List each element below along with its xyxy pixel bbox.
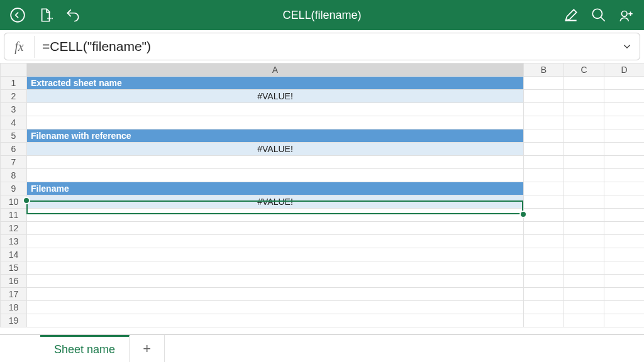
cell[interactable]	[524, 129, 564, 143]
cell[interactable]	[564, 77, 604, 90]
column-header-A[interactable]: A	[27, 63, 524, 77]
row-header[interactable]: 4	[1, 116, 27, 129]
row-header[interactable]: 7	[1, 156, 27, 169]
cell-A5[interactable]: Filename with reference	[27, 129, 524, 143]
cell-A9[interactable]: Filename	[27, 182, 524, 195]
row-header[interactable]: 1	[1, 77, 27, 90]
cell[interactable]	[27, 301, 524, 314]
cell[interactable]	[564, 222, 604, 235]
cell[interactable]	[27, 222, 524, 235]
cell[interactable]	[524, 222, 564, 235]
cell[interactable]	[524, 275, 564, 288]
cell[interactable]	[564, 116, 604, 129]
cell[interactable]	[524, 195, 564, 209]
row-header[interactable]: 14	[1, 248, 27, 261]
cell[interactable]	[27, 314, 524, 327]
cell[interactable]	[564, 314, 604, 327]
undo-button[interactable]	[60, 3, 86, 28]
sheet-tab-active[interactable]: Sheet name	[40, 335, 130, 363]
cell[interactable]	[564, 301, 604, 314]
row-header[interactable]: 17	[1, 288, 27, 301]
back-button[interactable]	[5, 3, 30, 28]
cell[interactable]	[564, 209, 604, 222]
cell[interactable]	[604, 90, 645, 103]
cell[interactable]	[604, 103, 645, 116]
cell[interactable]	[524, 288, 564, 301]
spreadsheet-grid[interactable]: A B C D 1Extracted sheet name 2#VALUE! 3…	[0, 63, 644, 334]
row-header[interactable]: 18	[1, 301, 27, 314]
row-header[interactable]: 16	[1, 275, 27, 288]
cell[interactable]	[564, 169, 604, 182]
cell[interactable]	[604, 209, 645, 222]
cell[interactable]	[564, 129, 604, 143]
cell[interactable]	[27, 261, 524, 275]
cell[interactable]	[524, 169, 564, 182]
cell[interactable]	[27, 275, 524, 288]
cell[interactable]	[524, 143, 564, 156]
formula-expand-button[interactable]	[614, 41, 640, 52]
cell[interactable]	[524, 235, 564, 248]
cell[interactable]	[604, 235, 645, 248]
row-header[interactable]: 11	[1, 209, 27, 222]
cell[interactable]	[27, 116, 524, 129]
cell[interactable]	[27, 235, 524, 248]
row-header[interactable]: 12	[1, 222, 27, 235]
cell-A2[interactable]: #VALUE!	[27, 90, 524, 103]
cell[interactable]	[27, 103, 524, 116]
cell[interactable]	[564, 248, 604, 261]
row-header[interactable]: 15	[1, 261, 27, 275]
cell[interactable]	[604, 248, 645, 261]
edit-style-button[interactable]	[558, 3, 584, 28]
cell[interactable]	[524, 301, 564, 314]
cell[interactable]	[604, 156, 645, 169]
formula-input[interactable]: =CELL("filename")	[35, 39, 614, 54]
cell[interactable]	[524, 90, 564, 103]
column-header-B[interactable]: B	[524, 63, 564, 77]
cell[interactable]	[564, 182, 604, 195]
cell[interactable]	[604, 314, 645, 327]
cell[interactable]	[604, 301, 645, 314]
cell[interactable]	[564, 195, 604, 209]
cell[interactable]	[27, 169, 524, 182]
cell[interactable]	[524, 261, 564, 275]
row-header[interactable]: 5	[1, 129, 27, 143]
cell[interactable]	[564, 143, 604, 156]
cell[interactable]	[604, 129, 645, 143]
column-header-C[interactable]: C	[564, 63, 604, 77]
cell[interactable]	[524, 248, 564, 261]
cell[interactable]	[604, 195, 645, 209]
cell[interactable]	[604, 275, 645, 288]
row-header[interactable]: 6	[1, 143, 27, 156]
cell[interactable]	[524, 209, 564, 222]
share-button[interactable]	[614, 3, 639, 28]
cell[interactable]	[27, 248, 524, 261]
cell[interactable]	[524, 314, 564, 327]
cell[interactable]	[27, 209, 524, 222]
cell[interactable]	[604, 77, 645, 90]
cell[interactable]	[604, 261, 645, 275]
search-button[interactable]	[586, 3, 611, 28]
select-all-corner[interactable]	[1, 63, 27, 77]
cell[interactable]	[564, 235, 604, 248]
cell[interactable]	[604, 288, 645, 301]
cell-A10[interactable]: #VALUE!	[27, 195, 524, 209]
cell[interactable]	[524, 116, 564, 129]
cell[interactable]	[27, 156, 524, 169]
add-sheet-button[interactable]: +	[130, 335, 165, 363]
row-header[interactable]: 13	[1, 235, 27, 248]
column-header-D[interactable]: D	[604, 63, 645, 77]
cell[interactable]	[604, 143, 645, 156]
cell[interactable]	[524, 103, 564, 116]
cell[interactable]	[524, 77, 564, 90]
cell[interactable]	[604, 169, 645, 182]
cell-A6[interactable]: #VALUE!	[27, 143, 524, 156]
cell[interactable]	[564, 261, 604, 275]
cell[interactable]	[27, 288, 524, 301]
row-header[interactable]: 3	[1, 103, 27, 116]
cell[interactable]	[564, 275, 604, 288]
cell[interactable]	[564, 103, 604, 116]
row-header[interactable]: 19	[1, 314, 27, 327]
cell[interactable]	[564, 90, 604, 103]
row-header[interactable]: 9	[1, 182, 27, 195]
cell[interactable]	[604, 116, 645, 129]
